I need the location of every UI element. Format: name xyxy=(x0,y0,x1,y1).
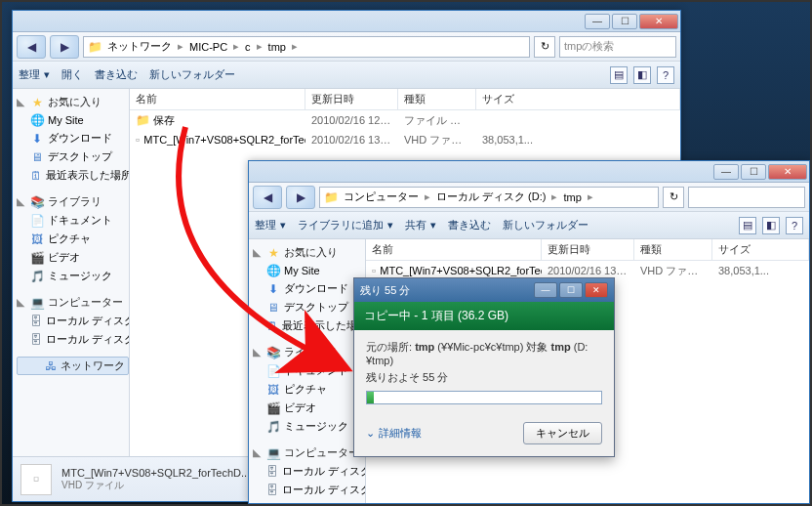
organize-menu[interactable]: 整理 ▾ xyxy=(19,67,50,82)
breadcrumb-item[interactable]: ネットワーク xyxy=(103,39,176,54)
refresh-button[interactable]: ↻ xyxy=(534,36,555,58)
preview-pane-button[interactable]: ◧ xyxy=(762,217,780,234)
breadcrumb[interactable]: 📁コンピューター▸ローカル ディスク (D:)▸tmp▸ xyxy=(319,187,659,208)
sidebar: ◣★お気に入り🌐My Site⬇ダウンロード🖥デスクトップ🗓最近表示した場所 ◣… xyxy=(249,239,366,503)
help-button[interactable]: ? xyxy=(657,66,674,84)
minimize-button[interactable]: — xyxy=(585,14,610,29)
col-type[interactable]: 種類 xyxy=(634,239,712,260)
cancel-button[interactable]: キャンセル xyxy=(523,422,602,444)
time-remaining: 残りおよそ 55 分 xyxy=(366,370,602,385)
table-row[interactable]: ▫MTC_[Win7+VS08+SQLR2_forTech... 2010/02… xyxy=(130,130,680,149)
view-button[interactable]: ▤ xyxy=(610,66,628,84)
sidebar-item[interactable]: 🎬ビデオ xyxy=(13,248,129,267)
breadcrumb-item[interactable]: c xyxy=(241,41,255,53)
sidebar-item[interactable]: 🖼ピクチャ xyxy=(249,380,365,399)
sidebar-item[interactable]: 🎵ミュージック xyxy=(13,267,129,285)
file-thumbnail: ▫ xyxy=(20,464,52,495)
minimize-button[interactable]: — xyxy=(713,164,739,180)
chevron-down-icon: ⌄ xyxy=(366,427,375,440)
col-name[interactable]: 名前 xyxy=(130,89,305,109)
breadcrumb-item[interactable]: MIC-PC xyxy=(185,41,231,53)
close-button[interactable]: ✕ xyxy=(585,282,608,298)
sidebar-computer[interactable]: ◣💻コンピューター xyxy=(13,293,129,312)
breadcrumb-item[interactable]: tmp xyxy=(264,41,290,53)
file-icon: ▫ xyxy=(136,133,140,147)
close-button[interactable]: ✕ xyxy=(768,164,807,180)
col-name[interactable]: 名前 xyxy=(366,239,542,260)
folder-icon: 📁 xyxy=(136,113,149,127)
sidebar-item[interactable]: 🎬ビデオ xyxy=(249,399,365,417)
sidebar-network[interactable]: 🖧ネットワーク xyxy=(17,357,129,375)
breadcrumb[interactable]: 📁ネットワーク▸MIC-PC▸c▸tmp▸ xyxy=(83,36,530,58)
details-toggle[interactable]: ⌄ 詳細情報 xyxy=(366,426,422,441)
table-row[interactable]: 📁保存 2010/02/16 12:37 ファイル フォル... xyxy=(130,110,680,130)
sidebar-item[interactable]: 🗄ローカル ディスク ( xyxy=(249,481,365,499)
dialog-title: 残り 55 分 xyxy=(360,283,410,298)
share-menu[interactable]: 共有 ▾ xyxy=(405,218,436,232)
sidebar-libraries[interactable]: ◣📚ライブラリ xyxy=(249,343,365,361)
dialog-titlebar: 残り 55 分 — ☐ ✕ xyxy=(354,278,614,302)
dialog-header: コピー中 - 1 項目 (36.2 GB) xyxy=(354,302,614,330)
toolbar: 整理 ▾ 開く 書き込む 新しいフォルダー ▤ ◧ ? xyxy=(13,62,680,89)
preview-pane-button[interactable]: ◧ xyxy=(633,66,651,84)
copy-dialog: 残り 55 分 — ☐ ✕ コピー中 - 1 項目 (36.2 GB) 元の場所… xyxy=(353,277,615,457)
sidebar-favorites[interactable]: ◣★お気に入り xyxy=(249,243,365,262)
burn-button[interactable]: 書き込む xyxy=(448,218,491,232)
col-size[interactable]: サイズ xyxy=(476,89,680,109)
back-button[interactable]: ◀ xyxy=(17,35,46,59)
sidebar-item[interactable]: 🗄ローカル ディスク ( xyxy=(249,462,365,481)
sidebar-item[interactable]: 🖥デスクトップ xyxy=(249,298,365,316)
organize-menu[interactable]: 整理 ▾ xyxy=(255,218,286,232)
sidebar-item[interactable]: ⬇ダウンロード xyxy=(13,129,129,148)
breadcrumb-item[interactable]: ローカル ディスク (D:) xyxy=(432,190,549,204)
col-date[interactable]: 更新日時 xyxy=(305,89,398,109)
column-headers: 名前 更新日時 種類 サイズ xyxy=(366,239,809,261)
sidebar-item[interactable]: 🎵ミュージック xyxy=(249,417,365,436)
open-button[interactable]: 開く xyxy=(61,67,83,82)
progress-bar xyxy=(366,391,602,404)
maximize-button[interactable]: ☐ xyxy=(612,14,637,29)
sidebar-item[interactable]: 📄ドキュメント xyxy=(249,361,365,380)
maximize-button[interactable]: ☐ xyxy=(741,164,766,180)
search-input[interactable] xyxy=(688,187,805,208)
sidebar-item[interactable]: 🌐My Site xyxy=(249,262,365,279)
sidebar-item[interactable]: 🗓最近表示した場所 xyxy=(249,316,365,335)
sidebar-item[interactable]: 🗄ローカル ディスク ( xyxy=(13,330,129,349)
new-folder-button[interactable]: 新しいフォルダー xyxy=(149,67,235,82)
breadcrumb-item[interactable]: コンピューター xyxy=(340,190,423,204)
sidebar-item[interactable]: 🗄ローカル ディスク ( xyxy=(13,312,129,330)
status-filename: MTC_[Win7+VS08+SQLR2_forTechD... xyxy=(61,467,250,479)
col-type[interactable]: 種類 xyxy=(398,89,476,109)
forward-button[interactable]: ▶ xyxy=(50,35,79,59)
burn-button[interactable]: 書き込む xyxy=(95,67,138,82)
sidebar-item[interactable]: 🖥デスクトップ xyxy=(13,148,129,166)
sidebar-item[interactable]: 📄ドキュメント xyxy=(13,211,129,230)
column-headers: 名前 更新日時 種類 サイズ xyxy=(130,89,680,110)
back-button[interactable]: ◀ xyxy=(253,186,282,209)
forward-button[interactable]: ▶ xyxy=(286,186,315,209)
sidebar-item[interactable]: 🌐My Site xyxy=(13,111,129,129)
maximize-button[interactable]: ☐ xyxy=(559,282,583,298)
window-titlebar: — ☐ ✕ xyxy=(249,161,809,183)
copy-source-dest: 元の場所: tmp (¥¥Mic-pc¥c¥tmp) 対象 tmp (D:¥tm… xyxy=(366,340,602,366)
refresh-button[interactable]: ↻ xyxy=(663,187,684,208)
col-size[interactable]: サイズ xyxy=(712,239,809,260)
sidebar-item[interactable]: 🖼ピクチャ xyxy=(13,230,129,248)
help-button[interactable]: ? xyxy=(786,217,803,234)
toolbar: 整理 ▾ ライブラリに追加 ▾ 共有 ▾ 書き込む 新しいフォルダー ▤ ◧ ? xyxy=(249,212,809,239)
sidebar-item[interactable]: ⬇ダウンロード xyxy=(249,279,365,298)
new-folder-button[interactable]: 新しいフォルダー xyxy=(503,218,589,232)
nav-bar: ◀ ▶ 📁ネットワーク▸MIC-PC▸c▸tmp▸ ↻ tmpの検索 xyxy=(13,32,680,62)
window-titlebar: — ☐ ✕ xyxy=(13,11,680,32)
breadcrumb-item[interactable]: tmp xyxy=(559,191,585,203)
sidebar-libraries[interactable]: ◣📚ライブラリ xyxy=(13,192,129,211)
col-date[interactable]: 更新日時 xyxy=(542,239,634,260)
sidebar-computer[interactable]: ◣💻コンピューター xyxy=(249,443,365,462)
add-to-library-menu[interactable]: ライブラリに追加 ▾ xyxy=(298,218,393,232)
search-input[interactable]: tmpの検索 xyxy=(559,36,676,58)
close-button[interactable]: ✕ xyxy=(639,14,678,29)
sidebar-item[interactable]: 🗓最近表示した場所 xyxy=(13,166,129,185)
minimize-button[interactable]: — xyxy=(534,282,557,298)
view-button[interactable]: ▤ xyxy=(739,217,756,234)
sidebar-favorites[interactable]: ◣★お気に入り xyxy=(13,93,129,111)
